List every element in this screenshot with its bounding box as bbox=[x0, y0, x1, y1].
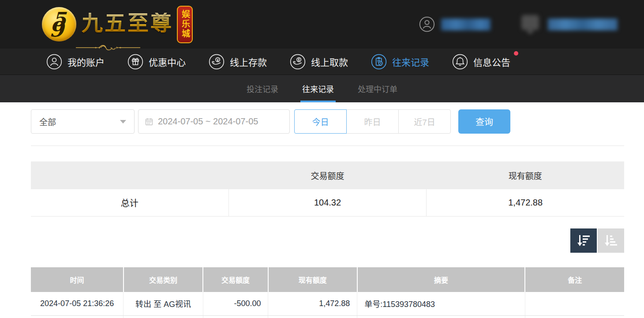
nav-item-transaction-records[interactable]: 往来记录 bbox=[371, 54, 429, 70]
sort-descending-button[interactable] bbox=[570, 228, 597, 253]
tab-betting-records[interactable]: 投注记录 bbox=[245, 75, 280, 102]
withdraw-icon bbox=[290, 54, 306, 70]
redacted-balance bbox=[548, 19, 618, 30]
summary-total-row: 总计 104.32 1,472.88 bbox=[31, 189, 624, 217]
date-range-input[interactable]: 2024-07-05 ~ 2024-07-05 bbox=[138, 109, 290, 134]
quick-range-yesterday[interactable]: 昨日 bbox=[346, 109, 399, 134]
coin-digit-9: 9 bbox=[49, 17, 64, 41]
filter-row: 全部 2024-07-05 ~ 2024-07-05 今日 昨日 近7日 查询 bbox=[31, 109, 624, 134]
notification-dot bbox=[514, 51, 518, 56]
date-range-value: 2024-07-05 ~ 2024-07-05 bbox=[158, 116, 258, 127]
brand-title: 九五至尊 bbox=[82, 13, 173, 36]
search-button[interactable]: 查询 bbox=[458, 109, 510, 134]
brand-badge: 娱乐城 bbox=[177, 6, 193, 43]
user-area bbox=[419, 15, 618, 34]
content-area: 全部 2024-07-05 ~ 2024-07-05 今日 昨日 近7日 查询 bbox=[0, 102, 644, 318]
summary-header-blank bbox=[31, 161, 228, 189]
nav-item-announcements[interactable]: 信息公告 bbox=[452, 54, 518, 70]
col-header-summary: 摘要 bbox=[357, 267, 525, 292]
records-header-row: 时间 交易类别 交易额度 现有额度 摘要 备注 bbox=[31, 267, 624, 292]
col-header-remark: 备注 bbox=[525, 267, 624, 292]
calendar-icon bbox=[145, 117, 154, 126]
sub-tab-bar: 投注记录 往来记录 处理中订单 bbox=[0, 75, 644, 102]
records-table: 时间 交易类别 交易额度 现有额度 摘要 备注 2024-07-05 21:36… bbox=[31, 267, 624, 318]
summary-header-transaction-amount: 交易额度 bbox=[228, 161, 426, 189]
redacted-account-menu[interactable] bbox=[521, 15, 539, 34]
redacted-username bbox=[441, 19, 490, 30]
record-remark bbox=[525, 292, 624, 315]
brand-coin-icon: 5 9 bbox=[42, 7, 76, 41]
sort-descending-icon bbox=[576, 234, 591, 248]
sort-controls bbox=[31, 228, 624, 253]
records-icon bbox=[371, 54, 387, 70]
nav-item-my-account[interactable]: 我的账户 bbox=[46, 54, 105, 70]
record-amount: -500.00 bbox=[203, 292, 268, 315]
caret-down-icon bbox=[120, 120, 126, 123]
nav-label: 线上存款 bbox=[230, 55, 267, 68]
announcement-icon bbox=[452, 54, 468, 70]
col-header-balance: 现有额度 bbox=[268, 267, 357, 292]
user-avatar-icon[interactable] bbox=[419, 16, 435, 32]
top-header: 5 9 九五至尊 娱乐城 bbox=[0, 0, 644, 49]
record-summary: 单号:115393780483 bbox=[357, 292, 525, 315]
deposit-icon bbox=[209, 54, 225, 70]
quick-range-last7days[interactable]: 近7日 bbox=[398, 109, 451, 134]
summary-header-current-balance: 现有额度 bbox=[427, 161, 624, 189]
nav-item-promotions[interactable]: 优惠中心 bbox=[127, 54, 186, 70]
summary-current-balance: 1,472.88 bbox=[426, 189, 624, 216]
nav-item-deposit[interactable]: 线上存款 bbox=[209, 54, 267, 70]
summary-total-label: 总计 bbox=[31, 189, 228, 216]
brand-logo[interactable]: 5 9 九五至尊 娱乐城 bbox=[42, 6, 193, 43]
summary-table: 交易额度 现有额度 总计 104.32 1,472.88 bbox=[31, 161, 624, 217]
category-select-value: 全部 bbox=[39, 116, 56, 127]
nav-label: 我的账户 bbox=[67, 55, 105, 68]
quick-range-group: 今日 昨日 近7日 bbox=[294, 109, 451, 134]
quick-range-today[interactable]: 今日 bbox=[294, 109, 347, 134]
account-icon bbox=[46, 54, 62, 70]
summary-header-row: 交易额度 现有额度 bbox=[31, 161, 624, 189]
col-header-type: 交易类别 bbox=[124, 267, 203, 292]
nav-item-withdraw[interactable]: 线上取款 bbox=[290, 54, 348, 70]
tab-transaction-records[interactable]: 往来记录 bbox=[300, 75, 336, 102]
table-row-clipped bbox=[31, 315, 624, 318]
summary-transaction-amount: 104.32 bbox=[228, 189, 427, 216]
nav-label: 线上取款 bbox=[311, 55, 348, 68]
flourish-ornament-icon bbox=[75, 44, 141, 51]
divider bbox=[31, 146, 624, 146]
tab-pending-orders[interactable]: 处理中订单 bbox=[356, 75, 399, 102]
col-header-amount: 交易额度 bbox=[203, 267, 268, 292]
nav-label: 往来记录 bbox=[392, 55, 429, 68]
sort-ascending-icon bbox=[603, 234, 618, 248]
promo-icon bbox=[127, 54, 143, 70]
record-time: 2024-07-05 21:36:26 bbox=[31, 292, 124, 315]
nav-label: 优惠中心 bbox=[149, 55, 186, 68]
col-header-time: 时间 bbox=[31, 267, 124, 292]
nav-label: 信息公告 bbox=[473, 55, 510, 68]
record-balance: 1,472.88 bbox=[268, 292, 357, 315]
main-nav: 我的账户 优惠中心 线上存款 bbox=[0, 49, 644, 75]
sort-ascending-button[interactable] bbox=[598, 228, 624, 253]
chevron-down-icon bbox=[527, 31, 534, 34]
table-row: 2024-07-05 21:36:26 转出 至 AG视讯 -500.00 1,… bbox=[31, 292, 624, 315]
record-type: 转出 至 AG视讯 bbox=[124, 292, 203, 315]
category-select[interactable]: 全部 bbox=[31, 109, 135, 134]
